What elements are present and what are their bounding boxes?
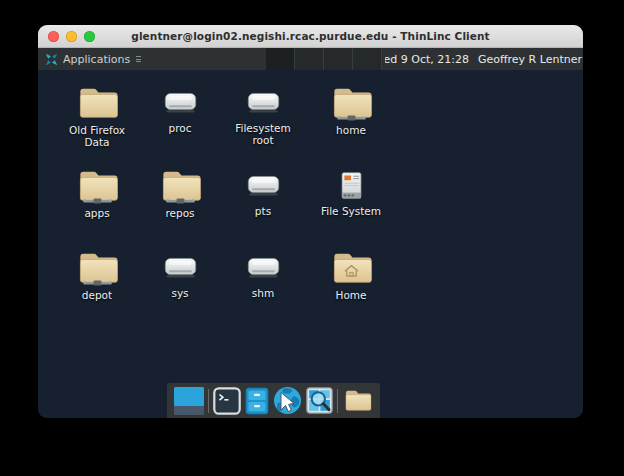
workspace-4[interactable] xyxy=(353,48,382,70)
drive-icon xyxy=(157,83,204,121)
desktop-icon-shm[interactable]: shm xyxy=(224,248,302,299)
application-finder-launcher[interactable] xyxy=(306,387,333,414)
panel-right-area: Wed 9 Oct, 21:28 Geoffrey R Lentner xyxy=(385,48,583,70)
file-cabinet-icon xyxy=(245,387,269,415)
desktop-icon-pts[interactable]: pts xyxy=(224,166,302,217)
traffic-lights xyxy=(48,25,95,47)
dock-separator xyxy=(208,389,209,413)
show-desktop-icon xyxy=(174,387,204,415)
network-folder-icon xyxy=(328,83,375,123)
home-folder-icon xyxy=(328,248,375,288)
panel-clock[interactable]: Wed 9 Oct, 21:28 xyxy=(385,53,469,66)
workspace-1[interactable] xyxy=(266,48,295,70)
globe-cursor-icon xyxy=(273,386,302,415)
icon-label: shm xyxy=(224,287,302,299)
panel-user-menu[interactable]: Geoffrey R Lentner xyxy=(478,53,582,66)
internal-drive-icon xyxy=(328,166,375,204)
workspace-2[interactable] xyxy=(295,48,324,70)
file-cabinet-launcher[interactable] xyxy=(245,387,269,415)
folder-icon xyxy=(342,387,373,414)
desktop: Old Firefox Data proc Filesystem root ho… xyxy=(38,70,583,418)
minimize-button[interactable] xyxy=(66,31,77,42)
icon-label: File System xyxy=(312,205,390,217)
drive-icon xyxy=(240,248,287,286)
icon-label: sys xyxy=(141,287,219,299)
close-button[interactable] xyxy=(48,31,59,42)
show-desktop-button[interactable] xyxy=(174,387,204,415)
desktop-icon-proc[interactable]: proc xyxy=(141,83,219,134)
search-icon xyxy=(306,387,333,414)
desktop-icon-home-mount[interactable]: home xyxy=(312,83,390,136)
thinlinc-client-window: glentner@login02.negishi.rcac.purdue.edu… xyxy=(38,25,583,418)
desktop-icon-apps[interactable]: apps xyxy=(58,166,136,219)
terminal-icon xyxy=(213,387,241,415)
workspace-3[interactable] xyxy=(324,48,353,70)
icon-label: depot xyxy=(58,289,136,301)
icon-label: apps xyxy=(58,207,136,219)
desktop-icon-home[interactable]: Home xyxy=(312,248,390,301)
desktop-icon-file-system[interactable]: File System xyxy=(312,166,390,217)
file-manager-launcher[interactable] xyxy=(342,387,373,414)
icon-label: Old Firefox Data xyxy=(58,124,136,149)
menu-caret-icon xyxy=(136,56,141,62)
terminal-launcher[interactable] xyxy=(213,387,241,415)
icon-label: Filesystem root xyxy=(224,122,302,147)
desktop-icon-sys[interactable]: sys xyxy=(141,248,219,299)
dock-separator xyxy=(337,389,338,413)
network-folder-icon xyxy=(74,248,121,288)
xfce-top-panel: Applications Wed 9 Oct, 21:28 Geoffrey R… xyxy=(38,48,583,70)
applications-menu-label: Applications xyxy=(63,53,130,66)
workspace-switcher xyxy=(266,48,382,70)
icon-label: proc xyxy=(141,122,219,134)
dock xyxy=(167,383,380,418)
xfce-logo-icon xyxy=(45,53,58,66)
macos-titlebar[interactable]: glentner@login02.negishi.rcac.purdue.edu… xyxy=(38,25,583,48)
window-title: glentner@login02.negishi.rcac.purdue.edu… xyxy=(131,30,489,42)
icon-label: repos xyxy=(141,207,219,219)
network-folder-icon xyxy=(157,166,204,206)
drive-icon xyxy=(240,166,287,204)
icon-label: home xyxy=(312,124,390,136)
drive-icon xyxy=(240,83,287,121)
icon-label: pts xyxy=(224,205,302,217)
drive-icon xyxy=(157,248,204,286)
desktop-icon-filesystem-root[interactable]: Filesystem root xyxy=(224,83,302,147)
desktop-icon-repos[interactable]: repos xyxy=(141,166,219,219)
web-browser-launcher[interactable] xyxy=(273,386,302,415)
desktop-icon-depot[interactable]: depot xyxy=(58,248,136,301)
applications-menu[interactable]: Applications xyxy=(38,48,148,70)
desktop-icon-old-firefox-data[interactable]: Old Firefox Data xyxy=(58,83,136,149)
network-folder-icon xyxy=(74,166,121,206)
icon-label: Home xyxy=(312,289,390,301)
zoom-button[interactable] xyxy=(84,31,95,42)
folder-icon xyxy=(74,83,121,123)
